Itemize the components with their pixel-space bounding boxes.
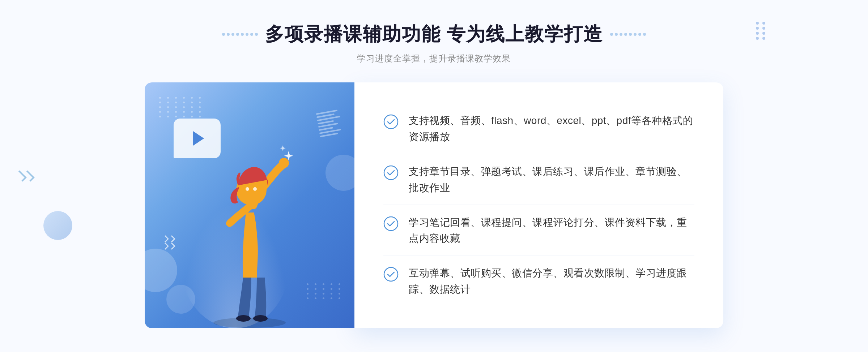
- circle-decoration-1: [145, 249, 177, 292]
- svg-point-8: [384, 115, 398, 129]
- svg-point-10: [384, 217, 398, 231]
- left-dots-decoration: [222, 33, 258, 36]
- feature-item-4: 互动弹幕、试听购买、微信分享、观看次数限制、学习进度跟踪、数据统计: [383, 257, 694, 306]
- svg-point-11: [384, 267, 398, 281]
- check-icon-1: [383, 114, 399, 129]
- info-panel: 支持视频、音频、flash、word、excel、ppt、pdf等各种格式的资源…: [354, 82, 723, 328]
- svg-point-9: [384, 166, 398, 180]
- illus-dot-grid-br: [307, 283, 344, 299]
- right-dots-decoration: [610, 33, 646, 36]
- check-icon-4: [383, 267, 399, 282]
- feature-text-2: 支持章节目录、弹题考试、课后练习、课后作业、章节测验、批改作业: [409, 164, 694, 196]
- circle-accent-decoration: [43, 211, 72, 240]
- illus-dot-grid-tl: [159, 97, 204, 117]
- feature-text-1: 支持视频、音频、flash、word、excel、ppt、pdf等各种格式的资源…: [409, 113, 694, 145]
- feature-item-2: 支持章节目录、弹题考试、课后练习、课后作业、章节测验、批改作业: [383, 155, 694, 205]
- illustration-panel: [145, 82, 354, 328]
- person-illustration: [195, 126, 304, 328]
- feature-item-3: 学习笔记回看、课程提问、课程评论打分、课件资料下载，重点内容收藏: [383, 206, 694, 256]
- check-icon-2: [383, 165, 399, 180]
- svg-point-6: [253, 187, 257, 191]
- feature-text-4: 互动弹幕、试听购买、微信分享、观看次数限制、学习进度跟踪、数据统计: [409, 265, 694, 298]
- svg-point-2: [253, 315, 268, 322]
- left-chevrons-decoration: [18, 171, 32, 181]
- feature-text-3: 学习笔记回看、课程提问、课程评论打分、课件资料下载，重点内容收藏: [409, 215, 694, 247]
- page-title: 多项录播课辅助功能 专为线上教学打造: [265, 22, 603, 47]
- page-header: 多项录播课辅助功能 专为线上教学打造 学习进度全掌握，提升录播课教学效果: [222, 22, 646, 64]
- top-right-dots-decoration: [756, 22, 767, 40]
- check-icon-3: [383, 216, 399, 231]
- svg-point-1: [236, 315, 251, 322]
- page-subtitle: 学习进度全掌握，提升录播课教学效果: [222, 53, 646, 64]
- svg-point-7: [279, 158, 289, 168]
- page-wrapper: 多项录播课辅助功能 专为线上教学打造 学习进度全掌握，提升录播课教学效果: [0, 0, 868, 352]
- main-content: 支持视频、音频、flash、word、excel、ppt、pdf等各种格式的资源…: [145, 82, 723, 328]
- circle-decoration-3: [326, 155, 354, 191]
- title-row: 多项录播课辅助功能 专为线上教学打造: [222, 22, 646, 47]
- feature-item-1: 支持视频、音频、flash、word、excel、ppt、pdf等各种格式的资源…: [383, 104, 694, 154]
- stripe-decoration: [316, 110, 342, 142]
- chevrons-decoration: [163, 236, 174, 249]
- svg-point-5: [246, 187, 249, 191]
